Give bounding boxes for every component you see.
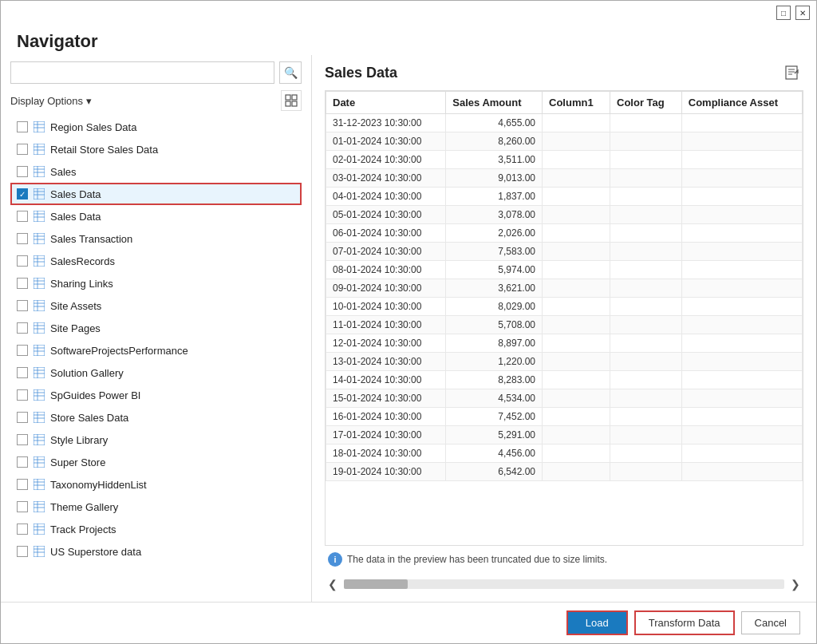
cell-col1 (543, 151, 610, 169)
nav-item-taxonomy-hidden[interactable]: TaxonomyHiddenList (10, 473, 302, 496)
cell-compliance (681, 463, 802, 481)
cell-compliance (681, 353, 802, 371)
cell-date: 19-01-2024 10:30:00 (326, 463, 446, 481)
checkbox-sales-records[interactable] (17, 255, 28, 267)
cell-color-tag (610, 243, 682, 261)
close-button[interactable]: ✕ (795, 6, 810, 20)
checkbox-solution-gallery[interactable] (17, 367, 28, 378)
checkbox-sales[interactable] (17, 166, 28, 177)
page-title: Navigator (1, 25, 816, 55)
nav-item-label-style-library: Style Library (50, 434, 108, 446)
table-icon-style-library (33, 433, 45, 446)
display-options-button[interactable]: Display Options ▾ (10, 95, 92, 107)
nav-item-site-assets[interactable]: Site Assets (10, 294, 302, 317)
nav-item-store-sales[interactable]: Store Sales Data (10, 406, 302, 429)
nav-item-sales-transaction[interactable]: Sales Transaction (10, 227, 302, 250)
export-icon-button[interactable] (781, 61, 803, 84)
scroll-right-button[interactable]: ❯ (787, 576, 803, 592)
table-row: 04-01-2024 10:30:001,837.00 (326, 188, 803, 206)
nav-item-software-projects[interactable]: SoftwareProjectsPerformance (10, 339, 302, 362)
nav-item-track-projects[interactable]: Track Projects (10, 518, 302, 540)
search-button[interactable]: 🔍 (279, 61, 302, 84)
cell-amount: 8,260.00 (446, 132, 543, 151)
cell-compliance (681, 224, 802, 243)
checkbox-spguides-power-bi[interactable] (17, 389, 28, 401)
cell-col1 (543, 279, 610, 298)
cell-amount: 5,708.00 (446, 316, 543, 334)
nav-item-label-sales-data-2: Sales Data (50, 211, 101, 223)
checkbox-sales-transaction[interactable] (17, 233, 28, 244)
checkbox-retail-store[interactable] (17, 144, 28, 155)
nav-item-retail-store[interactable]: Retail Store Sales Data (10, 138, 302, 160)
transform-data-button[interactable]: Transform Data (634, 610, 735, 635)
cell-amount: 1,837.00 (446, 188, 543, 206)
table-icon-spguides-power-bi (33, 389, 45, 401)
cell-amount: 3,511.00 (446, 151, 543, 169)
nav-item-sales-records[interactable]: SalesRecords (10, 250, 302, 272)
nav-item-super-store[interactable]: Super Store (10, 451, 302, 473)
nav-item-solution-gallery[interactable]: Solution Gallery (10, 362, 302, 384)
nav-icon-button[interactable] (281, 90, 302, 111)
info-icon: i (328, 552, 342, 567)
cell-col1 (543, 463, 610, 481)
checkbox-super-store[interactable] (17, 456, 28, 468)
checkbox-sales-data-1[interactable]: ✓ (17, 188, 28, 200)
nav-item-site-pages[interactable]: Site Pages (10, 317, 302, 339)
table-row: 15-01-2024 10:30:004,534.00 (326, 389, 803, 408)
checkbox-theme-gallery[interactable] (17, 501, 28, 512)
table-row: 02-01-2024 10:30:003,511.00 (326, 151, 803, 169)
checkbox-taxonomy-hidden[interactable] (17, 479, 28, 490)
table-row: 14-01-2024 10:30:008,283.00 (326, 371, 803, 389)
table-icon-site-pages (33, 322, 45, 334)
cell-amount: 8,897.00 (446, 334, 543, 353)
svg-rect-8 (34, 144, 45, 155)
title-bar: □ ✕ (1, 1, 816, 25)
checkbox-software-projects[interactable] (17, 345, 28, 356)
search-row: 🔍 (10, 61, 302, 84)
checkbox-site-assets[interactable] (17, 300, 28, 311)
table-icon-region-sales (33, 121, 45, 133)
nav-item-sharing-links[interactable]: Sharing Links (10, 272, 302, 294)
nav-item-label-super-store: Super Store (50, 456, 105, 468)
svg-rect-24 (34, 233, 45, 244)
nav-item-label-site-pages: Site Pages (50, 322, 101, 334)
nav-item-region-sales[interactable]: Region Sales Data (10, 116, 302, 138)
checkbox-sharing-links[interactable] (17, 278, 28, 289)
checkbox-region-sales[interactable] (17, 121, 28, 132)
nav-item-spguides-power-bi[interactable]: SpGuides Power BI (10, 384, 302, 406)
nav-item-sales-data-1[interactable]: ✓ Sales Data (10, 183, 302, 205)
scroll-left-button[interactable]: ❮ (325, 576, 341, 592)
chevron-down-icon: ▾ (86, 95, 92, 107)
nav-item-theme-gallery[interactable]: Theme Gallery (10, 496, 302, 518)
cell-date: 10-01-2024 10:30:00 (326, 298, 446, 316)
minimize-button[interactable]: □ (776, 6, 791, 20)
nav-item-sales[interactable]: Sales (10, 160, 302, 183)
cell-date: 12-01-2024 10:30:00 (326, 334, 446, 353)
checkbox-sales-data-2[interactable] (17, 211, 28, 222)
load-button[interactable]: Load (566, 610, 628, 635)
nav-item-label-software-projects: SoftwareProjectsPerformance (50, 345, 188, 357)
scroll-track[interactable] (344, 579, 784, 589)
cell-compliance (681, 298, 802, 316)
truncated-text: The data in the preview has been truncat… (347, 554, 607, 565)
svg-rect-72 (34, 501, 45, 512)
scrollbar-row: ❮ ❯ (325, 573, 803, 595)
checkbox-us-superstore[interactable] (17, 546, 28, 557)
nav-item-sales-data-2[interactable]: Sales Data (10, 205, 302, 227)
nav-item-us-superstore[interactable]: US Superstore data (10, 540, 302, 563)
cell-col1 (543, 224, 610, 243)
nav-item-style-library[interactable]: Style Library (10, 429, 302, 451)
cell-color-tag (610, 169, 682, 188)
nav-list: Region Sales Data Retail Store Sales Dat… (10, 116, 302, 595)
svg-rect-36 (34, 300, 45, 311)
checkbox-store-sales[interactable] (17, 412, 28, 423)
checkbox-site-pages[interactable] (17, 322, 28, 334)
cancel-button[interactable]: Cancel (741, 611, 800, 634)
table-row: 16-01-2024 10:30:007,452.00 (326, 408, 803, 426)
checkbox-style-library[interactable] (17, 434, 28, 445)
checkbox-track-projects[interactable] (17, 523, 28, 535)
options-row: Display Options ▾ (10, 90, 302, 111)
cell-date: 06-01-2024 10:30:00 (326, 224, 446, 243)
search-input[interactable] (10, 61, 274, 84)
cell-compliance (681, 114, 802, 132)
